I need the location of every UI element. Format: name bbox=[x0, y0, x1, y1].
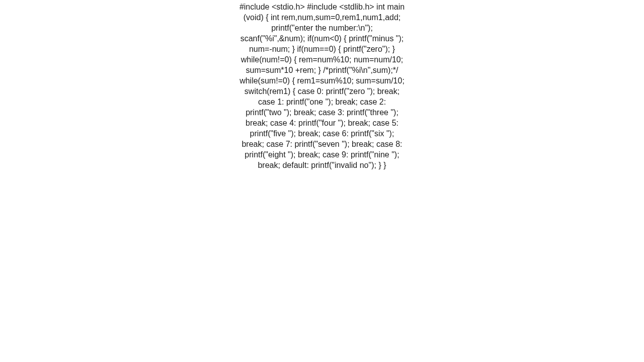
code-text-block: #include <stdio.h> #include <stdlib.h> i… bbox=[239, 0, 405, 170]
